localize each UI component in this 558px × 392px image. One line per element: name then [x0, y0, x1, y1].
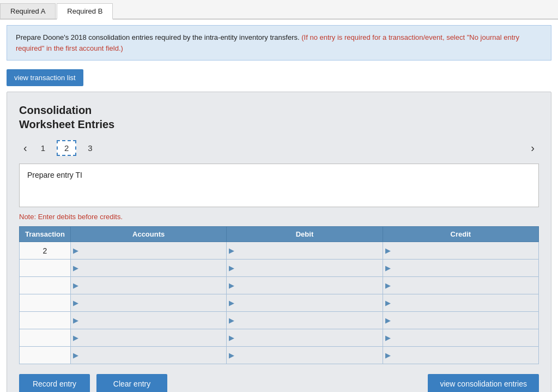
credit-input[interactable] [392, 330, 536, 346]
cell-account[interactable]: ▶ [70, 312, 226, 329]
debit-arrow-icon: ▶ [229, 334, 234, 342]
cell-debit[interactable]: ▶ [227, 260, 383, 277]
cell-account[interactable]: ▶ [70, 329, 226, 347]
page-2[interactable]: 2 [57, 140, 76, 156]
account-arrow-icon: ▶ [73, 316, 78, 324]
cell-debit[interactable]: ▶ [227, 312, 383, 329]
credit-arrow-icon: ▶ [385, 316, 391, 324]
cell-transaction [20, 312, 71, 329]
debit-arrow-icon: ▶ [229, 351, 234, 359]
account-arrow-icon: ▶ [73, 281, 78, 290]
cell-credit[interactable]: ▶ [383, 260, 538, 277]
cell-debit[interactable]: ▶ [227, 294, 383, 312]
credit-input[interactable] [392, 295, 536, 311]
account-arrow-icon: ▶ [73, 351, 78, 359]
cell-debit[interactable]: ▶ [227, 347, 383, 364]
table-row: 2▶▶▶ [20, 242, 539, 260]
debit-arrow-icon: ▶ [229, 316, 234, 324]
note-text: Note: Enter debits before credits. [19, 213, 539, 221]
entry-description-text: Prepare entry TI [27, 171, 82, 179]
credit-input[interactable] [392, 260, 536, 276]
cell-transaction [20, 277, 71, 294]
cell-credit[interactable]: ▶ [383, 347, 538, 364]
debit-arrow-icon: ▶ [229, 299, 234, 307]
tabs-bar: Required A Required B [0, 0, 558, 20]
credit-arrow-icon: ▶ [385, 281, 391, 290]
debit-input[interactable] [235, 243, 380, 259]
card-title: Consolidation Worksheet Entries [19, 103, 539, 131]
credit-arrow-icon: ▶ [385, 264, 391, 272]
info-banner: Prepare Doone's 2018 consolidation entri… [7, 25, 551, 61]
tab-required-b[interactable]: Required B [57, 3, 113, 20]
credit-arrow-icon: ▶ [385, 351, 391, 359]
account-input[interactable] [80, 312, 224, 329]
debit-input[interactable] [235, 347, 380, 364]
cell-credit[interactable]: ▶ [383, 312, 538, 329]
cell-account[interactable]: ▶ [70, 294, 226, 312]
page-3[interactable]: 3 [81, 141, 99, 155]
credit-arrow-icon: ▶ [385, 299, 391, 307]
col-transaction: Transaction [20, 227, 71, 242]
account-arrow-icon: ▶ [73, 334, 78, 342]
table-row: ▶▶▶ [20, 277, 539, 294]
account-input[interactable] [80, 260, 224, 276]
account-input[interactable] [80, 278, 224, 294]
tab-required-a[interactable]: Required A [0, 3, 56, 19]
credit-input[interactable] [392, 243, 536, 259]
col-debit: Debit [227, 227, 383, 242]
debit-arrow-icon: ▶ [229, 246, 234, 255]
view-transaction-button[interactable]: view transaction list [7, 69, 83, 86]
credit-input[interactable] [392, 347, 536, 364]
next-arrow[interactable]: › [526, 141, 539, 155]
cell-debit[interactable]: ▶ [227, 277, 383, 294]
cell-debit[interactable]: ▶ [227, 329, 383, 347]
account-input[interactable] [80, 347, 224, 364]
view-consolidation-button[interactable]: view consolidation entries [428, 374, 539, 392]
credit-input[interactable] [392, 278, 536, 294]
credit-arrow-icon: ▶ [385, 246, 391, 255]
buttons-row: Record entry Clear entry view consolidat… [19, 374, 539, 392]
entry-description-box: Prepare entry TI [19, 164, 539, 207]
account-input[interactable] [80, 243, 224, 259]
table-row: ▶▶▶ [20, 260, 539, 277]
cell-account[interactable]: ▶ [70, 260, 226, 277]
table-row: ▶▶▶ [20, 329, 539, 347]
record-entry-button[interactable]: Record entry [19, 374, 90, 392]
credit-arrow-icon: ▶ [385, 334, 391, 342]
cell-transaction [20, 260, 71, 277]
account-arrow-icon: ▶ [73, 264, 78, 272]
debit-input[interactable] [235, 260, 380, 276]
cell-credit[interactable]: ▶ [383, 242, 538, 260]
journal-table: Transaction Accounts Debit Credit 2▶▶▶▶▶… [19, 226, 539, 364]
debit-arrow-icon: ▶ [229, 281, 234, 290]
cell-account[interactable]: ▶ [70, 347, 226, 364]
page-1[interactable]: 1 [34, 141, 52, 155]
cell-account[interactable]: ▶ [70, 277, 226, 294]
cell-account[interactable]: ▶ [70, 242, 226, 260]
cell-transaction [20, 347, 71, 364]
cell-transaction [20, 294, 71, 312]
prev-arrow[interactable]: ‹ [19, 141, 32, 155]
debit-input[interactable] [235, 312, 380, 329]
cell-credit[interactable]: ▶ [383, 294, 538, 312]
table-row: ▶▶▶ [20, 294, 539, 312]
cell-transaction: 2 [20, 242, 71, 260]
account-arrow-icon: ▶ [73, 246, 78, 255]
table-row: ▶▶▶ [20, 347, 539, 364]
info-main-text: Prepare Doone's 2018 consolidation entri… [16, 33, 300, 41]
account-input[interactable] [80, 295, 224, 311]
col-accounts: Accounts [70, 227, 226, 242]
account-input[interactable] [80, 330, 224, 346]
account-arrow-icon: ▶ [73, 299, 78, 307]
clear-entry-button[interactable]: Clear entry [96, 374, 167, 392]
cell-credit[interactable]: ▶ [383, 277, 538, 294]
credit-input[interactable] [392, 312, 536, 329]
main-card: Consolidation Worksheet Entries ‹ 1 2 3 … [7, 92, 551, 392]
debit-input[interactable] [235, 278, 380, 294]
table-row: ▶▶▶ [20, 312, 539, 329]
cell-credit[interactable]: ▶ [383, 329, 538, 347]
debit-input[interactable] [235, 330, 380, 346]
debit-input[interactable] [235, 295, 380, 311]
cell-debit[interactable]: ▶ [227, 242, 383, 260]
cell-transaction [20, 329, 71, 347]
